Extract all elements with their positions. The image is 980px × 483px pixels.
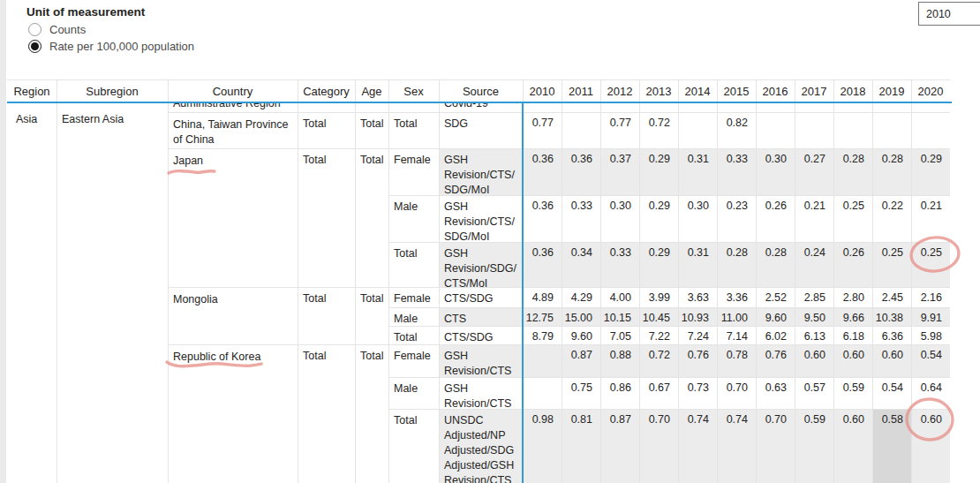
value-cell-2010[interactable]: 12.75	[523, 307, 562, 326]
value-cell-2019[interactable]: 0.28	[872, 148, 911, 195]
value-cell-2010[interactable]: 4.89	[523, 287, 562, 307]
source-cell[interactable]: GSH Revision/CTS/ SDG/MoI	[439, 148, 523, 195]
value-cell-2014[interactable]: 0.31	[678, 148, 717, 195]
value-cell-2012[interactable]: 10.15	[600, 307, 639, 326]
value-cell-2020[interactable]: 0.25	[911, 242, 950, 287]
value-cell-2011[interactable]: 0.33	[562, 195, 600, 242]
category-cell[interactable]: Total	[298, 287, 355, 344]
sex-cell[interactable]: Total	[388, 112, 439, 148]
value-cell-2013[interactable]: 0.72	[639, 112, 678, 148]
source-cell[interactable]: UNSDC Adjusted/NP Adjusted/SDG Adjusted/…	[439, 409, 523, 483]
value-cell-2017[interactable]: 6.13	[795, 326, 833, 344]
sex-cell[interactable]: Total	[388, 242, 439, 287]
value-cell-2013[interactable]: 7.22	[639, 326, 678, 344]
value-cell-2019[interactable]: 0.58	[872, 409, 911, 483]
value-cell-2012[interactable]: 0.37	[600, 148, 639, 195]
value-cell-2018[interactable]: 0.25	[833, 195, 872, 242]
source-cell[interactable]: CTS	[439, 307, 523, 326]
value-cell-2017[interactable]: 0.59	[795, 409, 833, 483]
header-country[interactable]: Country	[168, 79, 298, 103]
age-cell[interactable]: Total	[355, 287, 388, 344]
value-cell-2013[interactable]: 3.99	[639, 287, 678, 307]
age-cell[interactable]: Total	[355, 148, 388, 287]
value-cell-2015[interactable]: 7.14	[717, 326, 756, 344]
value-cell-2014[interactable]: 0.74	[678, 409, 717, 483]
value-cell-2020[interactable]: 2.16	[911, 287, 950, 307]
header-region[interactable]: Region	[7, 79, 57, 103]
header-2011[interactable]: 2011	[562, 79, 600, 103]
value-cell-2010[interactable]	[523, 344, 562, 377]
value-cell-2014[interactable]	[678, 112, 717, 148]
value-cell-2014[interactable]: 0.31	[678, 242, 717, 287]
value-cell-2011[interactable]	[562, 112, 600, 148]
sex-cell[interactable]: Male	[388, 195, 439, 242]
header-2015[interactable]: 2015	[717, 79, 756, 103]
value-cell-2015[interactable]: 11.00	[717, 307, 756, 326]
value-cell-2010[interactable]: 8.79	[523, 326, 562, 344]
value-cell-2019[interactable]: 10.38	[872, 307, 911, 326]
value-cell-2013[interactable]: 0.29	[639, 195, 678, 242]
value-cell-2018[interactable]: 0.26	[833, 242, 872, 287]
header-2013[interactable]: 2013	[639, 79, 678, 103]
value-cell-2011[interactable]: 15.00	[562, 307, 600, 326]
value-cell-2020[interactable]: 0.64	[911, 377, 950, 409]
value-cell-2017[interactable]: 0.21	[795, 195, 833, 242]
value-cell-2016[interactable]: 0.28	[756, 242, 795, 287]
header-2010[interactable]: 2010	[523, 79, 562, 103]
value-cell-2018[interactable]: 0.59	[833, 377, 872, 409]
age-cell[interactable]: Total	[355, 112, 388, 148]
value-cell-2018[interactable]: 6.18	[833, 326, 872, 344]
value-cell-2019[interactable]: 0.54	[872, 377, 911, 409]
value-cell-2016[interactable]: 0.26	[756, 195, 795, 242]
sex-cell[interactable]: Female	[388, 287, 439, 307]
value-cell-2011[interactable]: 9.60	[562, 326, 600, 344]
value-cell-2014[interactable]: 0.76	[678, 344, 717, 377]
region-cell[interactable]: Asia	[7, 103, 57, 483]
subregion-cell[interactable]: Eastern Asia	[57, 103, 168, 483]
value-cell-2015[interactable]: 0.28	[717, 242, 756, 287]
country-cell[interactable]: Mongolia	[168, 287, 298, 344]
value-cell-2018[interactable]: 9.66	[833, 307, 872, 326]
value-cell-2011[interactable]: 0.34	[562, 242, 600, 287]
sex-cell[interactable]: Female	[388, 344, 439, 377]
header-2020[interactable]: 2020	[911, 79, 950, 103]
value-cell-2013[interactable]: 0.70	[639, 409, 678, 483]
value-cell-2018[interactable]	[833, 112, 872, 148]
header-sex[interactable]: Sex	[388, 79, 439, 103]
value-cell-2013[interactable]: 0.29	[639, 242, 678, 287]
header-2016[interactable]: 2016	[756, 79, 795, 103]
header-2018[interactable]: 2018	[833, 79, 872, 103]
source-cell[interactable]: GSH Revision/CTS	[439, 344, 523, 377]
value-cell-2020[interactable]: 0.29	[911, 148, 950, 195]
value-cell-2017[interactable]: 2.85	[795, 287, 833, 307]
value-cell-2013[interactable]: 0.29	[639, 148, 678, 195]
header-2012[interactable]: 2012	[600, 79, 639, 103]
value-cell-2017[interactable]: 0.27	[795, 148, 833, 195]
category-cell[interactable]: Total	[298, 112, 355, 148]
value-cell-2010[interactable]: 0.36	[523, 195, 562, 242]
header-2014[interactable]: 2014	[678, 79, 717, 103]
sex-cell[interactable]: Total	[388, 326, 439, 344]
value-cell-2016[interactable]: 0.70	[756, 409, 795, 483]
value-cell-2020[interactable]: 9.91	[911, 307, 950, 326]
value-cell-2011[interactable]: 0.36	[562, 148, 600, 195]
country-cell[interactable]: Republic of Korea	[168, 344, 298, 483]
value-cell-2014[interactable]: 10.93	[678, 307, 717, 326]
value-cell-2017[interactable]	[795, 112, 833, 148]
value-cell-2012[interactable]: 7.05	[600, 326, 639, 344]
country-cell[interactable]: Japan	[168, 148, 298, 287]
value-cell-2016[interactable]: 9.60	[756, 307, 795, 326]
source-cell[interactable]: SDG	[439, 112, 523, 148]
source-cell[interactable]: CTS/SDG	[439, 287, 523, 307]
value-cell-2018[interactable]: 0.60	[833, 344, 872, 377]
value-cell-2018[interactable]: 0.28	[833, 148, 872, 195]
value-cell-2012[interactable]: 0.87	[600, 409, 639, 483]
value-cell-2012[interactable]: 0.33	[600, 242, 639, 287]
value-cell-2015[interactable]: 0.78	[717, 344, 756, 377]
value-cell-2020[interactable]: 0.21	[911, 195, 950, 242]
value-cell-2014[interactable]: 0.73	[678, 377, 717, 409]
category-cell[interactable]: Total	[298, 148, 355, 287]
value-cell-2012[interactable]: 0.88	[600, 344, 639, 377]
value-cell-2019[interactable]	[872, 112, 911, 148]
value-cell-2013[interactable]: 0.67	[639, 377, 678, 409]
